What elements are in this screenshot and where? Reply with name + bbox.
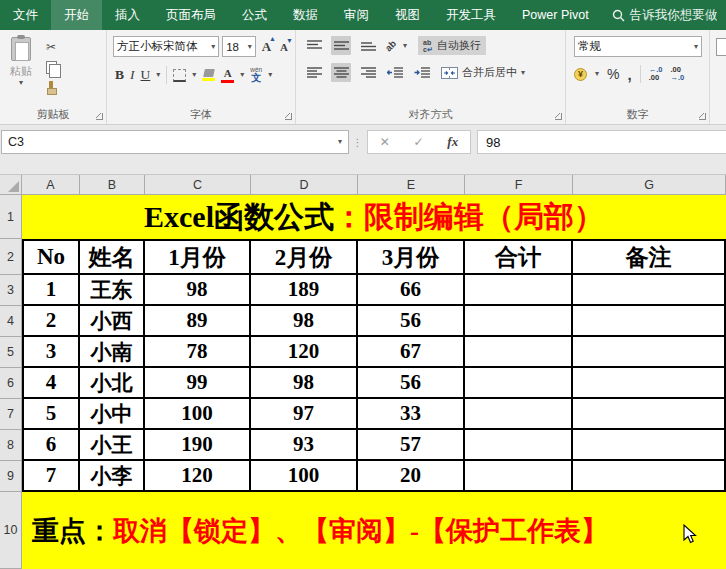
cell-F4[interactable] xyxy=(465,306,573,337)
cell-E4[interactable]: 56 xyxy=(358,306,465,337)
cell-F7[interactable] xyxy=(465,399,573,430)
increase-decimal-button[interactable]: ←.0.00 xyxy=(649,66,663,82)
comma-style-button[interactable]: , xyxy=(627,66,631,83)
row-header-9[interactable]: 9 xyxy=(0,461,22,492)
decrease-font-button[interactable]: A▼ xyxy=(277,41,291,53)
tab-review[interactable]: 审阅 xyxy=(331,0,382,30)
cell-A7[interactable]: 5 xyxy=(22,399,80,430)
tab-power-pivot[interactable]: Power Pivot xyxy=(509,0,602,30)
note-banner[interactable]: 重点：取消【锁定】、【审阅】-【保护工作表】 xyxy=(22,492,726,569)
dialog-launcher-icon[interactable] xyxy=(285,113,292,120)
cell-G9[interactable] xyxy=(573,461,726,492)
borders-icon[interactable] xyxy=(173,69,186,82)
align-left-button[interactable] xyxy=(304,63,324,82)
merge-center-button[interactable]: 合并后居中 ▾ xyxy=(441,65,525,80)
dialog-launcher-icon[interactable] xyxy=(96,113,103,120)
table-header-cell[interactable]: No xyxy=(22,239,80,275)
wrap-text-button[interactable]: abc↵ 自动换行 xyxy=(418,36,486,55)
increase-font-button[interactable]: A▲ xyxy=(259,39,274,55)
row-header-1[interactable]: 1 xyxy=(0,195,22,239)
table-header-cell[interactable]: 3月份 xyxy=(358,239,465,275)
number-format-combobox[interactable]: 常规 ▾ xyxy=(574,36,702,57)
cell-F9[interactable] xyxy=(465,461,573,492)
cell-E3[interactable]: 66 xyxy=(358,275,465,306)
orientation-button[interactable]: ab xyxy=(383,38,399,54)
cell-E8[interactable]: 57 xyxy=(358,430,465,461)
col-header-B[interactable]: B xyxy=(80,175,145,195)
cell-B5[interactable]: 小南 xyxy=(80,337,145,368)
table-header-cell[interactable]: 1月份 xyxy=(145,239,251,275)
cell-A5[interactable]: 3 xyxy=(22,337,80,368)
font-name-combobox[interactable]: 方正小标宋简体 ▾ xyxy=(113,36,219,57)
insert-function-icon[interactable]: fx xyxy=(447,134,458,150)
cell-A4[interactable]: 2 xyxy=(22,306,80,337)
tab-insert[interactable]: 插入 xyxy=(102,0,153,30)
decrease-decimal-button[interactable]: .00→.0 xyxy=(670,66,684,82)
cell-F5[interactable] xyxy=(465,337,573,368)
align-center-button[interactable] xyxy=(331,63,351,82)
dialog-launcher-icon[interactable] xyxy=(555,113,562,120)
cell-C5[interactable]: 78 xyxy=(145,337,251,368)
cell-E7[interactable]: 33 xyxy=(358,399,465,430)
cell-G8[interactable] xyxy=(573,430,726,461)
cell-G7[interactable] xyxy=(573,399,726,430)
cell-G3[interactable] xyxy=(573,275,726,306)
cell-D7[interactable]: 97 xyxy=(251,399,358,430)
cell-B4[interactable]: 小西 xyxy=(80,306,145,337)
copy-button[interactable] xyxy=(42,59,60,75)
chevron-down-icon[interactable]: ▾ xyxy=(192,71,196,79)
formula-input[interactable]: 98 xyxy=(477,130,726,154)
cell-F6[interactable] xyxy=(465,368,573,399)
row-header-8[interactable]: 8 xyxy=(0,430,22,461)
cell-B7[interactable]: 小中 xyxy=(80,399,145,430)
decrease-indent-button[interactable] xyxy=(385,63,405,82)
chevron-down-icon[interactable]: ▾ xyxy=(403,42,407,50)
cell-G6[interactable] xyxy=(573,368,726,399)
format-painter-button[interactable] xyxy=(42,79,60,95)
chevron-down-icon[interactable]: ▾ xyxy=(595,70,599,78)
table-header-cell[interactable]: 备注 xyxy=(573,239,726,275)
dialog-launcher-icon[interactable] xyxy=(699,113,706,120)
fill-color-button[interactable] xyxy=(202,69,215,81)
cell-C4[interactable]: 89 xyxy=(145,306,251,337)
tell-me-search[interactable]: 告诉我你想要做 xyxy=(602,0,718,30)
tab-developer[interactable]: 开发工具 xyxy=(433,0,509,30)
cell-F3[interactable] xyxy=(465,275,573,306)
cell-D9[interactable]: 100 xyxy=(251,461,358,492)
table-header-cell[interactable]: 合计 xyxy=(465,239,573,275)
cell-B3[interactable]: 王东 xyxy=(80,275,145,306)
cell-B6[interactable]: 小北 xyxy=(80,368,145,399)
cell-G4[interactable] xyxy=(573,306,726,337)
tab-page-layout[interactable]: 页面布局 xyxy=(153,0,229,30)
cell-D4[interactable]: 98 xyxy=(251,306,358,337)
select-all-button[interactable] xyxy=(0,175,22,195)
col-header-D[interactable]: D xyxy=(251,175,358,195)
cell-E6[interactable]: 56 xyxy=(358,368,465,399)
phonetic-guide-button[interactable]: wén 文 xyxy=(250,67,262,84)
underline-button[interactable]: U xyxy=(141,67,151,83)
align-middle-button[interactable] xyxy=(331,36,351,55)
tab-home[interactable]: 开始 xyxy=(51,0,102,30)
conditional-formatting-icon[interactable] xyxy=(716,38,726,56)
cell-C3[interactable]: 98 xyxy=(145,275,251,306)
row-header-2[interactable]: 2 xyxy=(0,239,22,275)
col-header-E[interactable]: E xyxy=(358,175,465,195)
align-bottom-button[interactable] xyxy=(358,36,378,55)
cell-A6[interactable]: 4 xyxy=(22,368,80,399)
accounting-format-button[interactable]: ¥ xyxy=(574,68,587,81)
enter-icon[interactable]: ✓ xyxy=(414,135,424,149)
chevron-down-icon[interactable]: ▾ xyxy=(156,71,160,79)
cell-C9[interactable]: 120 xyxy=(145,461,251,492)
tab-data[interactable]: 数据 xyxy=(280,0,331,30)
increase-indent-button[interactable] xyxy=(412,63,432,82)
cell-G5[interactable] xyxy=(573,337,726,368)
cell-D8[interactable]: 93 xyxy=(251,430,358,461)
cell-C6[interactable]: 99 xyxy=(145,368,251,399)
cell-D6[interactable]: 98 xyxy=(251,368,358,399)
title-banner[interactable]: Excel函数公式：限制编辑（局部） xyxy=(22,195,726,239)
row-header-7[interactable]: 7 xyxy=(0,399,22,430)
cell-C7[interactable]: 100 xyxy=(145,399,251,430)
cell-D5[interactable]: 120 xyxy=(251,337,358,368)
font-size-combobox[interactable]: 18 ▾ xyxy=(222,36,255,57)
table-header-cell[interactable]: 姓名 xyxy=(80,239,145,275)
